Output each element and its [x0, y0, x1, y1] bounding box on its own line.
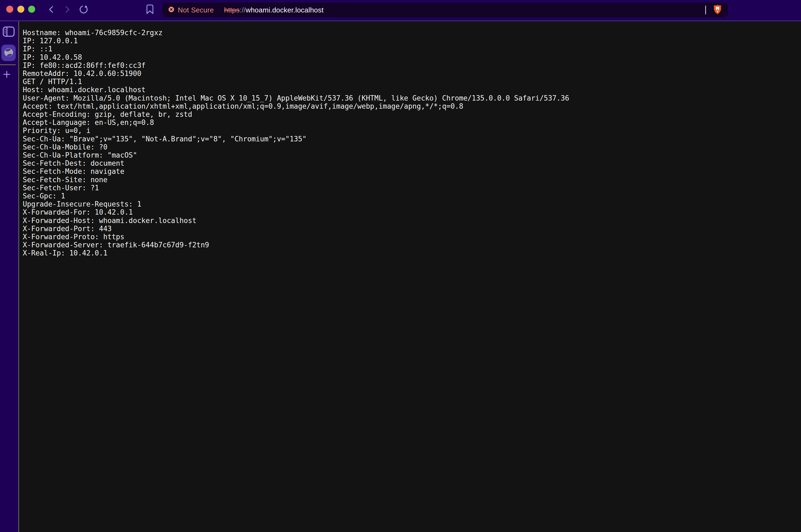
security-badge[interactable]: Not Secure	[168, 6, 214, 14]
browser-toolbar: Not Secure https://whoami.docker.localho…	[0, 0, 801, 20]
url-scheme: https	[224, 6, 239, 14]
sidebar-divider	[0, 64, 16, 65]
maximize-window-button[interactable]	[28, 6, 35, 13]
panel-toggle-icon	[3, 26, 15, 38]
url-separator: ://	[239, 6, 245, 14]
sidebar	[0, 21, 18, 532]
reload-button[interactable]	[78, 5, 89, 15]
browser-window: Not Secure https://whoami.docker.localho…	[0, 0, 801, 532]
brave-shields-button[interactable]	[713, 4, 722, 16]
sidebar-tab-active[interactable]	[1, 44, 16, 61]
address-bar[interactable]: Not Secure https://whoami.docker.localho…	[162, 3, 728, 17]
globe-icon	[4, 48, 14, 58]
reload-icon	[78, 4, 89, 16]
whoami-response-text: Hostname: whoami-76c9859cfc-2rgxz IP: 12…	[19, 21, 801, 258]
not-secure-icon	[168, 6, 174, 14]
bookmark-button[interactable]	[145, 4, 155, 15]
forward-button[interactable]	[62, 5, 73, 15]
chevron-right-icon	[62, 4, 72, 16]
brave-lion-icon	[713, 4, 722, 16]
security-badge-label: Not Secure	[178, 6, 214, 14]
bookmark-icon	[146, 4, 154, 15]
sidebar-toggle-button[interactable]	[2, 27, 15, 38]
new-tab-button[interactable]	[3, 71, 11, 79]
page-content: Hostname: whoami-76c9859cfc-2rgxz IP: 12…	[19, 21, 801, 532]
plus-icon	[3, 70, 11, 79]
url-host: whoami.docker.localhost	[246, 6, 324, 14]
back-button[interactable]	[46, 5, 57, 15]
url-bar-divider	[705, 6, 706, 14]
chevron-left-icon	[46, 4, 57, 16]
minimize-window-button[interactable]	[17, 6, 24, 13]
url-text: https://whoami.docker.localhost	[224, 6, 324, 14]
close-window-button[interactable]	[6, 6, 13, 13]
